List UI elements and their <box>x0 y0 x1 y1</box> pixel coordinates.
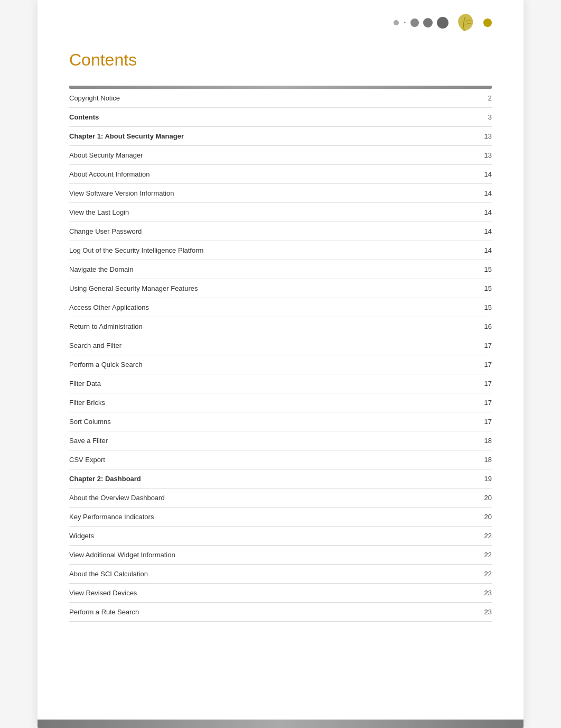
toc-row[interactable]: About the Overview Dashboard20 <box>69 489 492 508</box>
toc-row[interactable]: Navigate the Domain15 <box>69 260 492 279</box>
toc-entry-title: About Account Information <box>69 165 476 184</box>
toc-entry-title: Copyright Notice <box>69 89 476 108</box>
toc-entry-title: About the SCI Calculation <box>69 565 476 584</box>
toc-entry-title: CSV Export <box>69 450 476 469</box>
toc-row[interactable]: Perform a Rule Search23 <box>69 603 492 622</box>
deco-dot-1 <box>394 20 399 25</box>
leaf-icon <box>453 11 479 34</box>
deco-dot-2 <box>410 19 419 27</box>
toc-row[interactable]: Perform a Quick Search17 <box>69 355 492 374</box>
toc-entry-title: Perform a Quick Search <box>69 355 476 374</box>
toc-row[interactable]: About the SCI Calculation22 <box>69 565 492 584</box>
toc-entry-title: Perform a Rule Search <box>69 603 476 622</box>
toc-entry-title: Contents <box>69 108 476 127</box>
toc-entry-page: 18 <box>476 431 492 450</box>
toc-entry-page: 22 <box>476 527 492 546</box>
toc-row[interactable]: Return to Administration16 <box>69 317 492 336</box>
toc-row[interactable]: Log Out of the Security Intelligence Pla… <box>69 241 492 260</box>
toc-row[interactable]: Access Other Applications15 <box>69 298 492 317</box>
toc-entry-title: View the Last Login <box>69 203 476 222</box>
toc-entry-page: 20 <box>476 508 492 527</box>
toc-entry-page: 17 <box>476 374 492 393</box>
deco-dot-3 <box>423 18 433 27</box>
toc-row[interactable]: Chapter 2: Dashboard19 <box>69 469 492 489</box>
toc-row[interactable]: CSV Export18 <box>69 450 492 469</box>
toc-entry-page: 14 <box>476 184 492 203</box>
toc-row[interactable]: Filter Bricks17 <box>69 393 492 412</box>
toc-row[interactable]: View Additional Widget Information22 <box>69 546 492 565</box>
toc-entry-page: 17 <box>476 412 492 431</box>
toc-entry-page: 22 <box>476 565 492 584</box>
toc-entry-title: Change User Password <box>69 222 476 241</box>
header-decoration: • <box>69 0 492 50</box>
toc-entry-page: 17 <box>476 393 492 412</box>
toc-table: Copyright Notice2Contents3Chapter 1: Abo… <box>69 89 492 622</box>
toc-entry-page: 15 <box>476 298 492 317</box>
toc-entry-title: Using General Security Manager Features <box>69 279 476 298</box>
toc-row[interactable]: Search and Filter17 <box>69 336 492 355</box>
toc-entry-page: 15 <box>476 260 492 279</box>
toc-entry-page: 18 <box>476 450 492 469</box>
toc-entry-title: Sort Columns <box>69 412 476 431</box>
toc-entry-page: 17 <box>476 336 492 355</box>
toc-row[interactable]: Save a Filter18 <box>69 431 492 450</box>
toc-entry-title: About Security Manager <box>69 146 476 165</box>
toc-entry-title: Search and Filter <box>69 336 476 355</box>
toc-entry-title: Save a Filter <box>69 431 476 450</box>
toc-entry-title: Access Other Applications <box>69 298 476 317</box>
toc-entry-page: 2 <box>476 89 492 108</box>
toc-entry-title: Filter Bricks <box>69 393 476 412</box>
toc-row[interactable]: About Security Manager13 <box>69 146 492 165</box>
toc-entry-title: About the Overview Dashboard <box>69 489 476 508</box>
toc-row[interactable]: View the Last Login14 <box>69 203 492 222</box>
toc-entry-title: Filter Data <box>69 374 476 393</box>
toc-entry-title: View Additional Widget Information <box>69 546 476 565</box>
toc-entry-page: 3 <box>476 108 492 127</box>
toc-entry-title: Chapter 1: About Security Manager <box>69 127 476 146</box>
toc-entry-page: 22 <box>476 546 492 565</box>
toc-row[interactable]: Using General Security Manager Features1… <box>69 279 492 298</box>
toc-row[interactable]: About Account Information14 <box>69 165 492 184</box>
page-container: • Contents Copyright Notice2Contents3Cha… <box>38 0 523 728</box>
toc-row[interactable]: Sort Columns17 <box>69 412 492 431</box>
toc-row[interactable]: Copyright Notice2 <box>69 89 492 108</box>
toc-entry-page: 13 <box>476 127 492 146</box>
toc-entry-title: Log Out of the Security Intelligence Pla… <box>69 241 476 260</box>
toc-entry-title: Key Performance Indicators <box>69 508 476 527</box>
toc-row[interactable]: Filter Data17 <box>69 374 492 393</box>
toc-row[interactable]: Chapter 1: About Security Manager13 <box>69 127 492 146</box>
toc-entry-page: 14 <box>476 222 492 241</box>
toc-row[interactable]: Change User Password14 <box>69 222 492 241</box>
toc-entry-page: 17 <box>476 355 492 374</box>
toc-entry-page: 14 <box>476 241 492 260</box>
toc-entry-page: 14 <box>476 165 492 184</box>
toc-entry-page: 20 <box>476 489 492 508</box>
deco-chevron: • <box>404 20 406 25</box>
deco-dot-5 <box>483 19 492 27</box>
toc-row[interactable]: Contents3 <box>69 108 492 127</box>
toc-entry-title: Navigate the Domain <box>69 260 476 279</box>
toc-entry-page: 23 <box>476 603 492 622</box>
toc-entry-page: 23 <box>476 584 492 603</box>
toc-entry-title: Widgets <box>69 527 476 546</box>
toc-entry-page: 19 <box>476 469 492 489</box>
toc-entry-title: View Software Version Information <box>69 184 476 203</box>
toc-row[interactable]: Key Performance Indicators20 <box>69 508 492 527</box>
toc-entry-page: 16 <box>476 317 492 336</box>
toc-row[interactable]: Widgets22 <box>69 527 492 546</box>
deco-dot-4 <box>437 17 448 29</box>
toc-row[interactable]: View Software Version Information14 <box>69 184 492 203</box>
toc-entry-page: 13 <box>476 146 492 165</box>
toc-entry-title: Chapter 2: Dashboard <box>69 469 476 489</box>
toc-entry-title: View Revised Devices <box>69 584 476 603</box>
toc-entry-page: 14 <box>476 203 492 222</box>
toc-entry-title: Return to Administration <box>69 317 476 336</box>
toc-row[interactable]: View Revised Devices23 <box>69 584 492 603</box>
toc-entry-page: 15 <box>476 279 492 298</box>
footer-bar <box>38 720 523 728</box>
page-title: Contents <box>69 50 492 70</box>
